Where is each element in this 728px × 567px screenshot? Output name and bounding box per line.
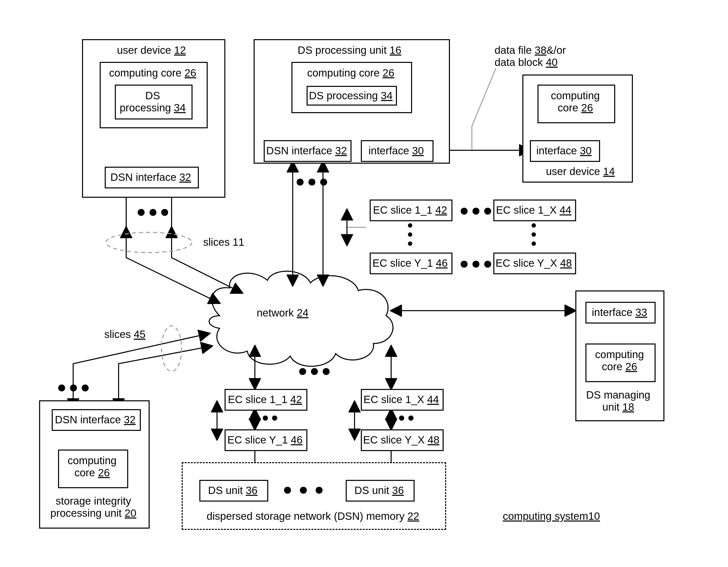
svg-point-25: [161, 326, 182, 371]
slices-11-label: slices 11: [203, 236, 254, 248]
computing-core-ud14-title: computing core 26: [537, 90, 613, 114]
dsn-interface-ud12-title: DSN interface 32: [105, 171, 197, 183]
network-label: network 24: [250, 307, 315, 319]
ellipsis-icon: ●●●: [295, 172, 331, 190]
ellipsis-icon: ●●●: [252, 411, 280, 424]
ec-slice-1-X-upper-title: EC slice 1_X 44: [493, 204, 574, 216]
storage-integrity-unit-title: storage integrity processing unit 20: [47, 495, 140, 520]
ellipsis-icon: ●●●: [57, 378, 92, 396]
ds-processing-unit-title: DS processing unit 16: [290, 44, 409, 56]
dsn-interface-dspu-title: DSN interface 32: [264, 145, 349, 157]
ec-slice-Y-1-lower-title: EC slice Y_1 46: [225, 434, 305, 446]
ds-processing-dspu-title: DS processing 34: [307, 90, 395, 102]
ds-processing-ud12-title: DS processing 34: [115, 90, 191, 114]
computing-core-dsmu-title: computing core 26: [585, 349, 654, 373]
data-file-label: data file 38&/or data block 40: [495, 44, 580, 69]
ellipsis-icon: ●●●: [283, 480, 330, 499]
interface-30-ud14-title: interface 30: [530, 145, 598, 157]
slices-45-label: slices 45: [96, 328, 154, 341]
ec-slice-Y-X-upper-title: EC slice Y_X 48: [493, 257, 574, 269]
ellipsis-icon: ● ● ●: [529, 220, 539, 247]
ellipsis-icon: ●●●: [459, 254, 495, 272]
ellipsis-icon: ●●●: [298, 361, 333, 380]
interface-33-title: interface 33: [585, 307, 654, 319]
dsn-interface-sipu-title: DSN interface 32: [52, 414, 139, 426]
ec-slice-Y-X-lower-title: EC slice Y_X 48: [361, 434, 442, 446]
ellipsis-icon: ●●●: [389, 411, 417, 424]
dsn-memory-title: dispersed storage network (DSN) memory 2…: [187, 510, 439, 522]
computing-core-ud12-title: computing core 26: [106, 67, 199, 79]
ec-slice-1-X-lower-title: EC slice 1_X 44: [361, 394, 442, 406]
ec-slice-1-1-upper-title: EC slice 1_1 42: [370, 204, 450, 216]
interface-30-dspu-title: interface 30: [361, 145, 432, 157]
ds-unit-right-title: DS unit 36: [346, 484, 413, 497]
computing-core-dspu-title: computing core 26: [303, 67, 399, 79]
ec-slice-Y-1-upper-title: EC slice Y_1 46: [370, 257, 450, 269]
ellipsis-icon: ● ● ●: [405, 220, 415, 247]
ds-unit-left-title: DS unit 36: [199, 484, 266, 497]
user-device-14-title: user device 14: [537, 165, 623, 177]
computing-system-label: computing system10: [496, 510, 607, 522]
computing-core-sipu-title: computing core 26: [58, 455, 126, 479]
svg-point-24: [106, 232, 192, 252]
ellipsis-icon: ●●●: [459, 201, 495, 219]
ec-slice-1-1-lower-title: EC slice 1_1 42: [225, 394, 305, 406]
ds-managing-unit-title: DS managing unit 18: [580, 389, 656, 414]
user-device-12-title: user device 12: [109, 44, 194, 56]
ellipsis-icon: ●●●: [136, 202, 172, 221]
